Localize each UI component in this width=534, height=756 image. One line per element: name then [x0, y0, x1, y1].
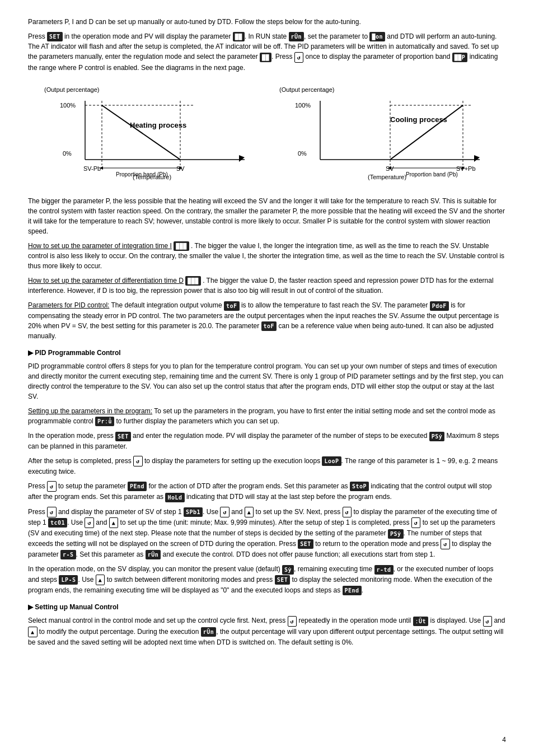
- para4-text: How to set up the parameter of different…: [28, 276, 506, 296]
- badge-arrow6: ↺: [343, 507, 352, 517]
- badge-arrow10: ↺: [288, 616, 297, 627]
- badge-up3: ▲: [96, 575, 105, 585]
- para5-text: Parameters for PID control: The default …: [28, 300, 506, 341]
- badge-arrow8: ↺: [411, 517, 421, 528]
- badge-rts: r‐S: [60, 550, 76, 559]
- badge-arrow: ↺: [294, 52, 304, 63]
- badge-out: ːŪt: [413, 617, 429, 626]
- pid-para3-text: In the operation mode, press SET and ent…: [28, 431, 506, 451]
- intro-text: Parameters P, I and D can be set up manu…: [28, 17, 506, 27]
- badge-pend: PEnd: [128, 482, 147, 491]
- badge-run3: rŪn: [201, 627, 217, 637]
- badge-arrow2: ↺: [133, 456, 143, 466]
- badge-i: ███: [174, 241, 189, 251]
- svg-text:0%: 0%: [298, 150, 307, 157]
- badge-arrow4: ↺: [47, 507, 57, 517]
- badge-up4: ▲: [28, 627, 38, 637]
- badge-tof2: toF: [261, 321, 277, 331]
- diagrams-container: (Output percentage) (Temperature) 100% 0…: [28, 84, 506, 185]
- badge-lps: LP-S: [59, 575, 78, 585]
- badge-pdof: PdoF: [430, 301, 449, 311]
- svg-text:(Output percentage): (Output percentage): [44, 86, 99, 93]
- pid-para4-text: After the setup is completed, press ↺ to…: [28, 456, 506, 477]
- page-number: 4: [502, 735, 506, 745]
- badge-arrow5: ↺: [220, 507, 229, 517]
- para1-text: Press SET in the operation mode and PV w…: [28, 31, 506, 73]
- svg-marker-27: [474, 155, 480, 162]
- svg-text:100%: 100%: [295, 102, 311, 109]
- badge-pend2: PEnd: [343, 586, 362, 595]
- badge-arrow7: ↺: [85, 517, 94, 528]
- badge-stop: StoP: [350, 482, 369, 491]
- svg-line-8: [102, 105, 180, 160]
- cooling-diagram: (Output percentage) (Temperature) 100% 0…: [278, 84, 491, 185]
- badge-arrow11: ↺: [483, 616, 493, 627]
- badge-up1: ▲: [245, 507, 254, 517]
- badge-prog: Prːǖ: [95, 417, 114, 426]
- svg-text:Cooling process: Cooling process: [390, 115, 447, 124]
- badge-run: rŪn: [289, 32, 305, 41]
- manual-para-text: Select manual control in the control mod…: [28, 615, 506, 647]
- svg-marker-9: [239, 155, 245, 162]
- page-content: Parameters P, I and D can be set up manu…: [28, 17, 506, 647]
- badge-loop: LooP: [322, 456, 341, 466]
- svg-text:SV: SV: [176, 165, 185, 172]
- badge-tof: toF: [224, 301, 240, 311]
- svg-text:Proportion band (Pb): Proportion band (Pb): [406, 171, 458, 178]
- badge-set3: SET: [298, 539, 313, 549]
- svg-text:(Temperature): (Temperature): [368, 174, 406, 180]
- para4-label: How to set up the parameter of different…: [28, 277, 184, 284]
- svg-line-26: [390, 105, 463, 160]
- badge-psy2: PSẏ: [388, 529, 404, 539]
- badge-at2: ██: [260, 53, 271, 62]
- heating-diagram: (Output percentage) (Temperature) 100% 0…: [43, 84, 256, 185]
- pid-para1-text: PID programmable control offers 8 steps …: [28, 361, 506, 402]
- badge-arrow9: ↺: [441, 539, 450, 549]
- badge-at: ██: [233, 32, 245, 41]
- badge-set2: SET: [115, 432, 131, 441]
- svg-text:(Output percentage): (Output percentage): [279, 86, 334, 93]
- pid-para6-text: Press ↺ and display the parameter of SV …: [28, 507, 506, 560]
- svg-text:0%: 0%: [63, 150, 72, 157]
- badge-hold: HoLd: [165, 493, 184, 502]
- badge-sv: Sẏ: [282, 565, 294, 575]
- badge-arrow3: ↺: [47, 481, 57, 492]
- badge-set4: SET: [275, 575, 291, 585]
- pid-para2-label: Setting up the parameters in the program…: [28, 407, 152, 415]
- badge-tco1: tc01: [48, 518, 67, 528]
- badge-psy: PSẏ: [429, 432, 445, 441]
- badge-spb1: SPb1: [184, 507, 203, 517]
- svg-text:SV+Pb: SV+Pb: [456, 165, 476, 172]
- pid-para2-text: Setting up the parameters in the program…: [28, 406, 506, 426]
- para5-label: Parameters for PID control:: [28, 301, 109, 309]
- pid-para7-text: In the operation mode, on the SV display…: [28, 564, 506, 595]
- badge-run2: rŪn: [146, 550, 161, 559]
- para2-text: The bigger the parameter P, the less pos…: [28, 196, 506, 236]
- badge-rtd: r‐td: [374, 565, 394, 575]
- badge-p: ██P: [452, 53, 468, 62]
- para3-text: How to set up the parameter of integrati…: [28, 241, 506, 271]
- badge-on: █on: [369, 32, 385, 41]
- svg-text:Heating process: Heating process: [130, 121, 186, 129]
- svg-text:100%: 100%: [60, 102, 76, 109]
- manual-section-header: Setting up Manual Control: [28, 602, 506, 612]
- and-text: and: [231, 586, 242, 594]
- svg-text:SV-Pb: SV-Pb: [83, 165, 101, 172]
- pid-para5-text: Press ↺ to setup the parameter PEnd for …: [28, 481, 506, 502]
- para3-label: How to set up the parameter of integrati…: [28, 242, 172, 250]
- svg-text:Proportion band (Pb): Proportion band (Pb): [116, 171, 168, 178]
- badge-set: SET: [47, 32, 63, 41]
- pid-section-header: PID Programmable Control: [28, 348, 506, 358]
- badge-d: ███: [185, 276, 201, 286]
- badge-up2: ▲: [109, 517, 119, 528]
